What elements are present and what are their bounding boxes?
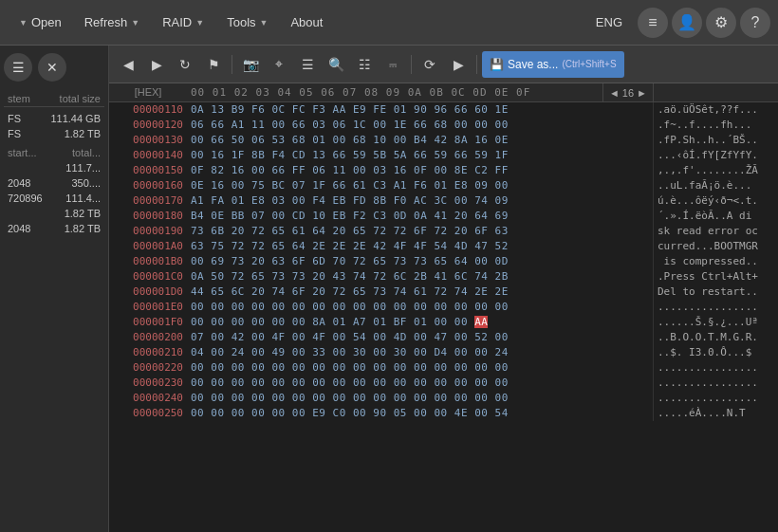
forward-button[interactable]: ▶	[143, 51, 170, 78]
menu-icon-group: ≡ 👤 ⚙ ?	[638, 8, 770, 38]
panel-button[interactable]: ▶	[445, 51, 472, 78]
menu-open[interactable]: ▼ Open	[8, 9, 73, 35]
toolbar-sep-2	[411, 55, 412, 74]
row-bytes: 00 16 1F 8B F4 CD 13 66 59 5B 5A 66 59 6…	[187, 148, 653, 163]
menu-about[interactable]: About	[279, 9, 334, 35]
sidebar-drive-row-4[interactable]: 1.82 TB	[4, 206, 104, 221]
save-icon: 💾	[490, 58, 504, 71]
row-bytes: 63 75 72 72 65 64 2E 2E 2E 42 4F 4F 54 4…	[187, 239, 653, 254]
row-bytes: 00 00 00 00 00 00 00 00 00 00 00 00 00 0…	[187, 360, 653, 376]
grid-button[interactable]: ☷	[351, 51, 378, 78]
sidebar-drive-row-2[interactable]: 2048 350....	[4, 175, 104, 191]
sidebar: ☰ ✕ stem total size FS 111.44 GB FS 1.82…	[0, 46, 109, 532]
row-ascii: .aö.üÖSêt,??f...	[653, 102, 778, 118]
sidebar-fs-row-2[interactable]: FS 1.82 TB	[4, 126, 104, 141]
row-ascii: ´.».Í.ëòÃ..A di	[653, 209, 778, 224]
sidebar-col-headers: stem total size	[4, 91, 104, 107]
row-ascii: curred...BOOTMGR	[653, 239, 778, 254]
row-offset: 00000140	[109, 148, 187, 163]
hex-row[interactable]: 0000024000 00 00 00 00 00 00 00 00 00 00…	[109, 391, 778, 406]
row-ascii: ú.è...ôëý‹ð¬<.t.	[653, 193, 778, 209]
row-bytes: A1 FA 01 E8 03 00 F4 EB FD 8B F0 AC 3C 0…	[187, 193, 653, 209]
row-ascii: ..uL.faÃ¡ö.è...	[653, 178, 778, 193]
hex-row[interactable]: 00000170A1 FA 01 E8 03 00 F4 EB FD 8B F0…	[109, 193, 778, 209]
hex-row[interactable]: 0000023000 00 00 00 00 00 00 00 00 00 00…	[109, 376, 778, 391]
row-offset: 00000150	[109, 163, 187, 178]
hex-row[interactable]: 000001B000 69 73 20 63 6F 6D 70 72 65 73…	[109, 254, 778, 269]
reload-button[interactable]: ⟳	[417, 51, 443, 78]
row-ascii: is compressed..	[653, 254, 778, 269]
hex-row[interactable]: 000001600E 16 00 75 BC 07 1F 66 61 C3 A1…	[109, 178, 778, 193]
sidebar-close-btn[interactable]: ✕	[38, 53, 66, 82]
hex-row[interactable]: 0000013000 66 50 06 53 68 01 00 68 10 00…	[109, 133, 778, 148]
row-ascii: .....éÀ....N.T	[653, 406, 778, 421]
hex-row[interactable]: 000001100A 13 B9 F6 0C FC F3 AA E9 FE 01…	[109, 102, 778, 118]
hex-row[interactable]: 00000180B4 0E BB 07 00 CD 10 EB F2 C3 0D…	[109, 209, 778, 224]
camera-button[interactable]: 📷	[237, 51, 264, 78]
menu-help-icon[interactable]: ?	[740, 8, 770, 38]
search-button[interactable]: 🔍	[323, 51, 349, 78]
menu-raid[interactable]: RAID ▼	[151, 9, 215, 35]
row-offset: 00000180	[109, 209, 187, 224]
hex-row[interactable]: 000001500F 82 16 00 66 FF 06 11 00 03 16…	[109, 163, 778, 178]
hex-row[interactable]: 000001E000 00 00 00 00 00 00 00 00 00 00…	[109, 300, 778, 315]
list-button[interactable]: ☰	[294, 51, 321, 78]
hex-row[interactable]: 0000021004 00 24 00 49 00 33 00 30 00 30…	[109, 345, 778, 360]
hex-row[interactable]: 0000014000 16 1F 8B F4 CD 13 66 59 5B 5A…	[109, 148, 778, 163]
sidebar-drive-row-3[interactable]: 720896 111.4...	[4, 191, 104, 206]
hex-row[interactable]: 000001F000 00 00 00 00 00 8A 01 A7 01 BF…	[109, 315, 778, 330]
row-bytes: 06 66 A1 11 00 66 03 06 1C 00 1E 66 68 0…	[187, 118, 653, 133]
row-ascii: ................	[653, 391, 778, 406]
menu-list-icon[interactable]: ≡	[638, 8, 668, 38]
row-ascii: ..B.O.O.T.M.G.R.	[653, 330, 778, 345]
sidebar-menu-btn[interactable]: ☰	[4, 53, 32, 82]
row-offset: 00000200	[109, 330, 187, 345]
hex-row[interactable]: 000001C00A 50 72 65 73 73 20 43 74 72 6C…	[109, 269, 778, 284]
hex-rows-container[interactable]: 000001100A 13 B9 F6 0C FC F3 AA E9 FE 01…	[109, 102, 778, 532]
row-ascii: sk read error oc	[653, 224, 778, 239]
sidebar-fs-row-1[interactable]: FS 111.44 GB	[4, 111, 104, 126]
hex-row[interactable]: 000001A063 75 72 72 65 64 2E 2E 2E 42 4F…	[109, 239, 778, 254]
row-ascii: ...‹ôÍ.fY[ZfYfY.	[653, 148, 778, 163]
copy-button[interactable]: ⎓	[380, 51, 406, 78]
hex-ascii-header	[653, 83, 778, 101]
hex-nav-area[interactable]: ◄ 16 ►	[602, 83, 653, 101]
hex-row[interactable]: 0000022000 00 00 00 00 00 00 00 00 00 00…	[109, 360, 778, 376]
refresh-button[interactable]: ↻	[172, 51, 198, 78]
row-bytes: 00 00 00 00 00 00 00 00 00 00 00 00 00 0…	[187, 391, 653, 406]
menu-settings-icon[interactable]: ⚙	[706, 8, 736, 38]
sidebar-header: ☰ ✕	[4, 53, 104, 82]
menu-refresh[interactable]: Refresh ▼	[73, 9, 151, 35]
toolbar-sep-1	[232, 55, 232, 74]
hex-panel: ◀ ▶ ↻ ⚑ 📷 ⌖ ☰ 🔍 ☷ ⎓ ⟳ ▶ 💾 Save as... (Ct…	[109, 46, 778, 532]
bookmark-button[interactable]: ⚑	[200, 51, 227, 78]
hex-row[interactable]: 0000012006 66 A1 11 00 66 03 06 1C 00 1E…	[109, 118, 778, 133]
row-bytes: 0A 50 72 65 73 73 20 43 74 72 6C 2B 41 6…	[187, 269, 653, 284]
row-offset: 00000110	[109, 102, 187, 118]
menu-tools-arrow: ▼	[260, 18, 269, 28]
save-as-button[interactable]: 💾 Save as... (Ctrl+Shift+S	[482, 51, 624, 78]
row-ascii: Del to restart..	[653, 284, 778, 300]
back-button[interactable]: ◀	[115, 51, 141, 78]
row-offset: 000001E0	[109, 300, 187, 315]
hex-row[interactable]: 0000020007 00 42 00 4F 00 4F 00 54 00 4D…	[109, 330, 778, 345]
row-ascii: ,.,.f'........ŽÃ	[653, 163, 778, 178]
row-offset: 00000240	[109, 391, 187, 406]
row-bytes: 0E 16 00 75 BC 07 1F 66 61 C3 A1 F6 01 E…	[187, 178, 653, 193]
hex-bytes-header: 00 01 02 03 04 05 06 07 08 09 0A 0B 0C 0…	[187, 83, 602, 101]
row-offset: 00000210	[109, 345, 187, 360]
menu-tools[interactable]: Tools ▼	[215, 9, 279, 35]
row-bytes: 0A 13 B9 F6 0C FC F3 AA E9 FE 01 90 96 6…	[187, 102, 653, 118]
row-offset: 00000160	[109, 178, 187, 193]
row-ascii: ................	[653, 300, 778, 315]
target-button[interactable]: ⌖	[266, 51, 292, 78]
menu-user-icon[interactable]: 👤	[672, 8, 702, 38]
sidebar-drive-row-5[interactable]: 2048 1.82 TB	[4, 221, 104, 236]
hex-row[interactable]: 0000025000 00 00 00 00 00 E9 C0 00 90 05…	[109, 406, 778, 421]
language-selector[interactable]: ENG	[581, 15, 638, 29]
hex-row[interactable]: 000001D044 65 6C 20 74 6F 20 72 65 73 74…	[109, 284, 778, 300]
toolbar-sep-3	[476, 55, 477, 74]
sidebar-drive-row-1[interactable]: 111.7...	[4, 160, 104, 175]
hex-row[interactable]: 0000019073 6B 20 72 65 61 64 20 65 72 72…	[109, 224, 778, 239]
row-offset: 00000170	[109, 193, 187, 209]
